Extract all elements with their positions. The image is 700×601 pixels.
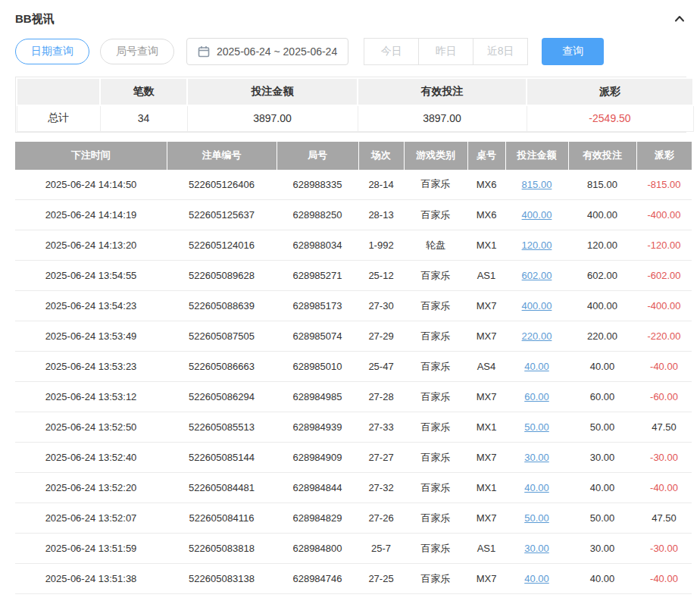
cell-round-number: 628984985: [277, 382, 358, 412]
summary-header-cell: 有效投注: [358, 78, 527, 105]
table-row: 2025-06-24 14:14:50522605126406628988335…: [15, 170, 692, 200]
cell-bet-amount: 400.00: [505, 291, 568, 321]
bet-amount-link[interactable]: 120.00: [522, 239, 552, 251]
cell-session: 27-29: [358, 321, 404, 352]
summary-bet-amount: 3897.00: [187, 105, 358, 131]
cell-valid-bet: 815.00: [568, 170, 636, 200]
date-range-value: 2025-06-24 ~ 2025-06-24: [217, 45, 337, 58]
bet-amount-link[interactable]: 30.00: [524, 543, 549, 554]
cell-order-number: 522605084116: [167, 503, 277, 534]
date-range-input[interactable]: 2025-06-24 ~ 2025-06-24: [186, 38, 348, 65]
tab-round-query[interactable]: 局号查询: [100, 39, 174, 64]
cell-session: 1-992: [358, 230, 404, 261]
bet-amount-link[interactable]: 50.00: [524, 512, 549, 524]
bet-amount-link[interactable]: 40.00: [524, 573, 549, 584]
bet-amount-link[interactable]: 815.00: [522, 179, 552, 190]
cell-valid-bet: 602.00: [568, 261, 636, 291]
cell-order-number: 522605083818: [167, 534, 277, 564]
cell-bet-time: 2025-06-24 14:14:19: [15, 200, 167, 230]
bet-table-header-row: 下注时间注单编号局号场次游戏类别桌号投注金额有效投注派彩: [15, 142, 692, 170]
cell-table-number: AS1: [467, 261, 505, 291]
cell-payout: -30.00: [636, 443, 692, 473]
cell-valid-bet: 40.00: [568, 564, 636, 594]
cell-round-number: 628988335: [277, 170, 358, 200]
bet-amount-link[interactable]: 400.00: [522, 300, 552, 311]
cell-order-number: 522605125637: [167, 200, 277, 230]
title-bar: BB视讯: [15, 6, 686, 32]
table-row: 2025-06-24 14:14:19522605125637628988250…: [15, 200, 692, 230]
bet-amount-link[interactable]: 40.00: [524, 361, 549, 372]
search-button[interactable]: 查询: [542, 38, 604, 65]
last-8-days-button[interactable]: 近8日: [473, 38, 528, 65]
quick-date-group: 今日 昨日 近8日: [364, 38, 528, 65]
bet-table-header-cell: 有效投注: [568, 142, 636, 170]
cell-session: 27-28: [358, 382, 404, 412]
cell-session: 25-12: [358, 261, 404, 291]
table-row: 2025-06-24 13:54:23522605088639628985173…: [15, 291, 692, 321]
collapse-button[interactable]: [673, 12, 686, 26]
cell-table-number: MX7: [467, 321, 505, 352]
cell-round-number: 628984829: [277, 503, 358, 534]
cell-game-type: 百家乐: [404, 564, 467, 594]
cell-table-number: MX7: [467, 291, 505, 321]
summary-total-row: 总计 34 3897.00 3897.00 -2549.50: [17, 105, 693, 131]
cell-valid-bet: 50.00: [568, 412, 636, 443]
summary-payout: -2549.50: [527, 105, 693, 131]
summary-valid-bet: 3897.00: [358, 105, 527, 131]
summary-header-cell: 笔数: [100, 78, 187, 105]
cell-payout: -220.00: [636, 321, 692, 352]
cell-session: 25-47: [358, 352, 404, 382]
cell-payout: -602.00: [636, 261, 692, 291]
cell-valid-bet: 400.00: [568, 291, 636, 321]
cell-round-number: 628985271: [277, 261, 358, 291]
cell-bet-time: 2025-06-24 13:54:55: [15, 261, 167, 291]
cell-bet-amount: 50.00: [505, 412, 568, 443]
cell-payout: -40.00: [636, 473, 692, 503]
cell-order-number: 522605086294: [167, 382, 277, 412]
cell-round-number: 628985173: [277, 291, 358, 321]
cell-bet-time: 2025-06-24 13:54:23: [15, 291, 167, 321]
summary-header-cell: 派彩: [527, 78, 693, 105]
summary-header-cell: [17, 78, 100, 105]
page-title: BB视讯: [15, 12, 55, 27]
bet-amount-link[interactable]: 400.00: [522, 209, 552, 221]
cell-bet-amount: 40.00: [505, 564, 568, 594]
bet-amount-link[interactable]: 60.00: [524, 391, 549, 402]
cell-bet-amount: 815.00: [505, 170, 568, 200]
cell-payout: -815.00: [636, 170, 692, 200]
cell-payout: -400.00: [636, 291, 692, 321]
bet-amount-link[interactable]: 30.00: [524, 452, 549, 463]
cell-table-number: MX6: [467, 170, 505, 200]
chevron-up-icon: [673, 12, 686, 26]
cell-game-type: 轮盘: [404, 230, 467, 261]
bet-amount-link[interactable]: 40.00: [524, 482, 549, 493]
cell-bet-time: 2025-06-24 13:52:50: [15, 412, 167, 443]
bet-table-body: 2025-06-24 14:14:50522605126406628988335…: [15, 170, 692, 594]
table-row: 2025-06-24 13:53:12522605086294628984985…: [15, 382, 692, 412]
cell-game-type: 百家乐: [404, 291, 467, 321]
cell-table-number: MX7: [467, 564, 505, 594]
cell-game-type: 百家乐: [404, 503, 467, 534]
table-row: 2025-06-24 13:51:59522605083818628984800…: [15, 534, 692, 564]
cell-session: 27-33: [358, 412, 404, 443]
bet-amount-link[interactable]: 50.00: [524, 421, 549, 433]
bet-amount-link[interactable]: 220.00: [522, 330, 552, 342]
summary-table: 笔数投注金额有效投注派彩 总计 34 3897.00 3897.00 -2549…: [15, 77, 686, 133]
summary-header-cell: 投注金额: [187, 78, 358, 105]
table-row: 2025-06-24 13:53:23522605086663628985010…: [15, 352, 692, 382]
cell-bet-amount: 30.00: [505, 443, 568, 473]
cell-session: 28-14: [358, 170, 404, 200]
table-row: 2025-06-24 13:52:40522605085144628984909…: [15, 443, 692, 473]
cell-valid-bet: 40.00: [568, 352, 636, 382]
bet-table-header-cell: 场次: [358, 142, 404, 170]
cell-round-number: 628984746: [277, 564, 358, 594]
tab-date-query[interactable]: 日期查询: [15, 39, 89, 64]
cell-payout: -60.00: [636, 382, 692, 412]
cell-bet-time: 2025-06-24 13:52:40: [15, 443, 167, 473]
today-button[interactable]: 今日: [364, 38, 419, 65]
cell-bet-amount: 400.00: [505, 200, 568, 230]
cell-game-type: 百家乐: [404, 412, 467, 443]
yesterday-button[interactable]: 昨日: [418, 38, 473, 65]
cell-order-number: 522605086663: [167, 352, 277, 382]
bet-amount-link[interactable]: 602.00: [522, 270, 552, 281]
